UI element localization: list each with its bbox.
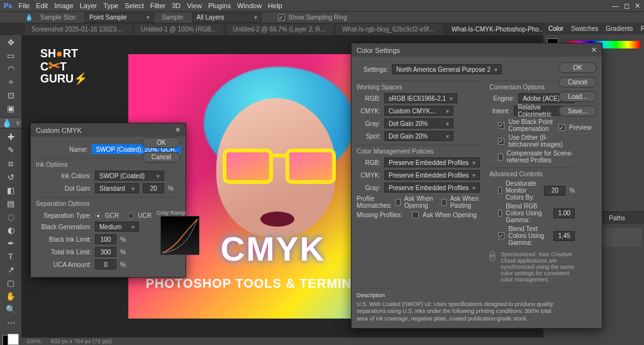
edit-toolbar-icon[interactable]: ⋯ <box>5 318 16 327</box>
ok-button[interactable]: OK <box>558 62 597 73</box>
black-ink-input[interactable] <box>95 234 116 244</box>
uca-input[interactable] <box>95 259 116 269</box>
black-ink-label: Black Ink Limit: <box>36 236 91 243</box>
ws-spot-select[interactable]: Dot Gain 20% <box>384 131 453 141</box>
frame-tool-icon[interactable]: ▣ <box>5 104 16 113</box>
sample-size-select[interactable]: Point Sample <box>85 13 154 23</box>
heal-tool-icon[interactable]: ✚ <box>5 132 16 142</box>
blend-rgb-input[interactable] <box>553 208 575 218</box>
pol-rgb-select[interactable]: Preserve Embedded Profiles <box>384 157 480 167</box>
lasso-tool-icon[interactable]: ◠ <box>5 64 16 74</box>
dot-gain-input[interactable] <box>143 183 164 193</box>
dither-checkbox[interactable]: ✓ <box>498 138 504 145</box>
path-tool-icon[interactable]: ↗ <box>5 265 16 274</box>
shape-tool-icon[interactable]: ▢ <box>5 278 16 288</box>
dodge-tool-icon[interactable]: ◐ <box>5 225 16 235</box>
preview-checkbox[interactable]: ✓ <box>558 124 565 131</box>
ucr-radio[interactable] <box>128 213 134 219</box>
cmp-title: Color Management Policies <box>357 148 482 155</box>
sample-layers-select[interactable]: All Layers <box>192 13 262 23</box>
load-button[interactable]: Load... <box>558 91 597 102</box>
close-icon[interactable]: ✕ <box>175 126 180 134</box>
settings-select[interactable]: North America General Purpose 2 <box>392 64 502 74</box>
menu-image[interactable]: Image <box>54 2 74 9</box>
type-tool-icon[interactable]: T <box>5 252 16 261</box>
cancel-button[interactable]: Cancel <box>142 152 180 162</box>
paths-tab[interactable]: Paths <box>609 215 625 222</box>
window-minimize-icon[interactable]: — <box>612 2 619 10</box>
menu-file[interactable]: File <box>18 2 30 9</box>
eraser-tool-icon[interactable]: ◧ <box>5 186 16 195</box>
ask-open-checkbox[interactable] <box>396 199 401 206</box>
marquee-tool-icon[interactable]: ▭ <box>5 51 16 60</box>
menu-edit[interactable]: Edit <box>36 2 48 9</box>
desat-checkbox[interactable] <box>498 187 502 194</box>
close-icon[interactable]: ✕ <box>591 46 597 54</box>
sync-icon: ⟳ <box>489 251 496 261</box>
menu-select[interactable]: Select <box>125 2 144 9</box>
ask-paste-checkbox[interactable] <box>441 199 447 206</box>
doc-tab[interactable]: What-Is-rgb-blog_62bc9cf2-e9f3-418b-b610… <box>336 24 443 35</box>
bpc-checkbox[interactable]: ✓ <box>498 122 504 129</box>
menu-plugins[interactable]: Plugins <box>208 2 231 9</box>
tool-strip: ✥ ▭ ◠ ✧ ⊡ ▣ 💧 ✚ ✎ ⧈ ↺ ◧ ▤ ◌ ◐ ✒ T ↗ ▢ ✋ … <box>0 35 21 345</box>
options-bar: 💧 Sample Size: Point Sample Sample: All … <box>0 11 644 23</box>
total-ink-input[interactable] <box>95 247 116 257</box>
menu-help[interactable]: Help <box>268 2 282 9</box>
wand-tool-icon[interactable]: ✧ <box>5 77 16 87</box>
blend-txt-checkbox[interactable]: ✓ <box>498 232 504 239</box>
brush-tool-icon[interactable]: ✎ <box>5 145 16 155</box>
crop-tool-icon[interactable]: ⊡ <box>5 91 16 100</box>
desat-input[interactable] <box>544 186 565 196</box>
ws-rgb-select[interactable]: sRGB IEC61966-2.1 <box>384 93 457 103</box>
black-gen-select[interactable]: Medium <box>95 222 139 232</box>
cancel-button[interactable]: Cancel <box>558 77 597 88</box>
menu-view[interactable]: View <box>187 2 202 9</box>
blend-rgb-checkbox[interactable] <box>498 210 502 217</box>
gcr-radio[interactable] <box>95 213 101 219</box>
gradients-tab[interactable]: Gradients <box>606 25 633 32</box>
window-close-icon[interactable]: ✕ <box>635 2 640 10</box>
menu-window[interactable]: Window <box>237 2 262 9</box>
doc-tab[interactable]: Untitled-1 @ 100% (RGB… <box>135 24 224 35</box>
zoom-tool-icon[interactable]: 🔍 <box>5 305 16 314</box>
color-tab[interactable]: Color <box>548 25 564 32</box>
menu-layer[interactable]: Layer <box>80 2 97 9</box>
pen-tool-icon[interactable]: ✒ <box>5 239 16 248</box>
save-button[interactable]: Save... <box>558 106 597 116</box>
swatches-tab[interactable]: Swatches <box>571 25 598 32</box>
blur-tool-icon[interactable]: ◌ <box>5 212 16 222</box>
patterns-tab[interactable]: Patterns <box>641 25 644 32</box>
ok-button[interactable]: OK <box>142 137 180 148</box>
ws-cmyk-select[interactable]: Custom CMYK... <box>384 106 453 116</box>
hand-tool-icon[interactable]: ✋ <box>5 291 16 301</box>
pol-gray-select[interactable]: Preserve Embedded Profiles <box>384 183 480 193</box>
artwork-glasses <box>223 149 336 186</box>
history-brush-icon[interactable]: ↺ <box>5 172 16 182</box>
doc-tab[interactable]: Screenshot 2025-01-16 130237.png… <box>25 24 132 35</box>
doc-tab-active[interactable]: What-Is-CMYK-Photoshop-Photoshop-Skills-… <box>445 24 552 35</box>
gradient-tool-icon[interactable]: ▤ <box>5 199 16 208</box>
move-tool-icon[interactable]: ✥ <box>5 38 16 47</box>
scene-checkbox[interactable] <box>498 154 503 161</box>
show-sampling-ring-label: Show Sampling Ring <box>289 14 347 21</box>
blend-txt-input[interactable] <box>553 231 575 241</box>
stamp-tool-icon[interactable]: ⧈ <box>5 159 16 169</box>
eyedropper-icon: 💧 <box>25 14 33 21</box>
pol-cmyk-select[interactable]: Preserve Embedded Profiles <box>384 170 480 180</box>
menu-filter[interactable]: Filter <box>150 2 165 9</box>
advanced-title: Advanced Controls <box>489 171 575 178</box>
color-swatch[interactable] <box>3 335 19 345</box>
zoom-level[interactable]: 100% <box>26 338 41 344</box>
ink-colors-select[interactable]: SWOP (Coated) <box>95 171 164 181</box>
missing-ask-checkbox[interactable] <box>412 212 419 218</box>
scissors-icon: ✂ <box>48 58 60 74</box>
menu-3d[interactable]: 3D <box>172 2 180 9</box>
show-sampling-ring-checkbox[interactable]: ✓ <box>278 14 285 21</box>
menu-type[interactable]: Type <box>103 2 118 9</box>
dialog-title: Color Settings <box>357 47 400 54</box>
window-restore-icon[interactable]: ◻ <box>624 2 630 10</box>
ws-gray-select[interactable]: Dot Gain 20% <box>384 118 453 128</box>
doc-tab[interactable]: Untitled-2 @ 66.7% (Layer 2, RGB/… <box>226 24 333 35</box>
dot-gain-type-select[interactable]: Standard <box>95 183 139 193</box>
